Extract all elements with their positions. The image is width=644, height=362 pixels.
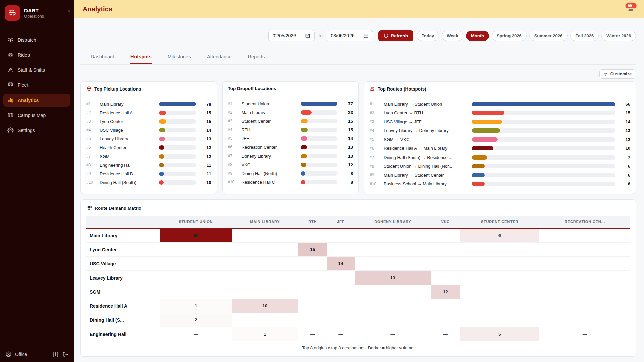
matrix-cell: — bbox=[232, 228, 298, 243]
rank-label: Residence Hall A bbox=[100, 110, 156, 115]
tab-hotspots[interactable]: Hotspots bbox=[130, 51, 152, 64]
date-range-to-label: to bbox=[319, 33, 323, 38]
tab-reports[interactable]: Reports bbox=[247, 51, 265, 64]
bar-fill bbox=[159, 163, 164, 167]
bar-track bbox=[301, 171, 337, 176]
matrix-cell-value: 1 bbox=[232, 327, 298, 341]
matrix-cell: — bbox=[431, 299, 460, 313]
rank-row: #6Recreation Center13 bbox=[228, 143, 353, 152]
matrix-cell-value: 14 bbox=[327, 257, 355, 270]
bar-track bbox=[472, 102, 615, 106]
range-pill-today[interactable]: Today bbox=[417, 31, 439, 41]
matrix-cell: 66 bbox=[160, 228, 232, 243]
rank-number: #5 bbox=[86, 136, 96, 141]
matrix-cell-value: 15 bbox=[298, 243, 327, 256]
map-pin-icon bbox=[86, 86, 92, 92]
sidebar-item-settings[interactable]: Settings bbox=[3, 124, 70, 137]
rides-icon bbox=[7, 52, 14, 58]
rank-label: Recreation Center bbox=[241, 145, 298, 150]
date-to-input[interactable]: 03/06/2026 bbox=[327, 30, 373, 41]
range-pill-spring-2026[interactable]: Spring 2026 bbox=[492, 31, 527, 41]
rank-label: Main Library → Student Union bbox=[384, 102, 468, 107]
brand-title: DART bbox=[24, 8, 44, 13]
sidebar-nav: DispatchRidesStaff & ShiftsFleetAnalytic… bbox=[0, 31, 74, 139]
range-pill-winter-2026[interactable]: Winter 2026 bbox=[601, 31, 636, 41]
refresh-label: Refresh bbox=[391, 33, 408, 38]
matrix-cell: — bbox=[431, 327, 460, 341]
rank-row: #1Main Library78 bbox=[86, 100, 211, 108]
sidebar-item-analytics[interactable]: Analytics bbox=[3, 94, 70, 107]
rank-row: #5Leavey Library13 bbox=[86, 134, 211, 143]
rank-label: SGM bbox=[100, 154, 156, 159]
range-pill-month[interactable]: Month bbox=[466, 31, 489, 41]
bar-track bbox=[301, 145, 337, 149]
matrix-column-header: JFF bbox=[327, 216, 355, 228]
matrix-cell: — bbox=[355, 327, 431, 341]
rank-label: Main Library bbox=[241, 110, 298, 115]
route-demand-matrix-card: Route Demand Matrix STUDENT UNIONMAIN LI… bbox=[80, 199, 636, 357]
matrix-row-header: Dining Hall (S... bbox=[86, 313, 160, 327]
matrix-cell: — bbox=[327, 243, 355, 257]
refresh-button[interactable]: Refresh bbox=[378, 30, 413, 41]
bar-track bbox=[159, 111, 196, 115]
sidebar-item-fleet[interactable]: Fleet bbox=[3, 78, 70, 92]
date-to-value: 03/06/2026 bbox=[331, 33, 355, 38]
matrix-row: Engineering Hall—1————5— bbox=[86, 327, 630, 341]
rank-row: #9Main Library → Student Center6 bbox=[370, 171, 630, 180]
range-pill-fall-2026[interactable]: Fall 2026 bbox=[570, 31, 599, 41]
customize-button[interactable]: Customize bbox=[599, 69, 636, 79]
notifications-bell-icon[interactable]: 99+ bbox=[627, 5, 635, 14]
bar-fill bbox=[301, 102, 337, 106]
rank-row: #7Dining Hall (South) → Residence ...7 bbox=[370, 153, 630, 162]
bar-track bbox=[159, 128, 196, 132]
matrix-column-header: VKC bbox=[431, 216, 460, 228]
sidebar-collapse-button[interactable]: « bbox=[68, 8, 70, 14]
rank-label: Main Library bbox=[100, 102, 156, 107]
matrix-cell: — bbox=[355, 257, 431, 271]
bar-track bbox=[301, 180, 337, 184]
tab-dashboard[interactable]: Dashboard bbox=[90, 51, 115, 64]
matrix-row-header: Residence Hall A bbox=[86, 299, 160, 313]
rank-value: 13 bbox=[199, 136, 211, 141]
sidebar-item-campus-map[interactable]: Campus Map bbox=[3, 109, 70, 122]
matrix-cell-value: 1 bbox=[160, 299, 232, 313]
matrix-cell: — bbox=[232, 271, 298, 285]
matrix-column-header: STUDENT UNION bbox=[160, 216, 232, 228]
refresh-icon bbox=[384, 33, 388, 38]
date-from-input[interactable]: 02/05/2026 bbox=[268, 30, 315, 41]
card-title: Top Routes (Hotspots) bbox=[378, 86, 426, 92]
sidebar-item-rides[interactable]: Rides bbox=[3, 48, 70, 61]
rank-number: #1 bbox=[86, 102, 96, 106]
rank-row: #8VKC12 bbox=[228, 160, 353, 169]
matrix-cell: — bbox=[460, 257, 539, 271]
range-pill-summer-2026[interactable]: Summer 2026 bbox=[529, 31, 568, 41]
bar-track bbox=[472, 120, 615, 124]
bar-fill bbox=[301, 128, 308, 132]
bar-fill bbox=[301, 136, 307, 141]
bar-fill bbox=[301, 163, 306, 167]
matrix-cell: — bbox=[327, 228, 355, 243]
sidebar-item-staff-shifts[interactable]: Staff & Shifts bbox=[3, 63, 70, 76]
rank-number: #9 bbox=[228, 171, 238, 176]
logout-icon[interactable] bbox=[62, 351, 68, 357]
matrix-cell: — bbox=[460, 271, 539, 285]
docs-book-icon[interactable] bbox=[52, 351, 59, 357]
customize-label: Customize bbox=[610, 72, 632, 76]
sidebar-item-dispatch[interactable]: Dispatch bbox=[3, 33, 70, 46]
sliders-icon bbox=[604, 72, 608, 76]
bar-fill bbox=[159, 180, 164, 185]
matrix-cell: — bbox=[160, 285, 232, 299]
page-header: Analytics 99+ bbox=[74, 0, 644, 18]
matrix-cell: 12 bbox=[431, 285, 460, 299]
range-pill-week[interactable]: Week bbox=[442, 31, 463, 41]
bar-fill bbox=[159, 172, 164, 176]
matrix-column-header: STUDENT CENTER bbox=[460, 216, 539, 228]
tab-milestones[interactable]: Milestones bbox=[167, 51, 192, 64]
tab-attendance[interactable]: Attendance bbox=[206, 51, 232, 64]
bar-track bbox=[301, 136, 337, 141]
matrix-cell: — bbox=[160, 271, 232, 285]
matrix-cell: 1 bbox=[232, 327, 298, 341]
rank-value: 15 bbox=[341, 119, 353, 124]
rank-row: #10Dining Hall (South)10 bbox=[86, 178, 211, 187]
route-demand-matrix: STUDENT UNIONMAIN LIBRARYRTHJFFDOHENY LI… bbox=[86, 216, 630, 341]
